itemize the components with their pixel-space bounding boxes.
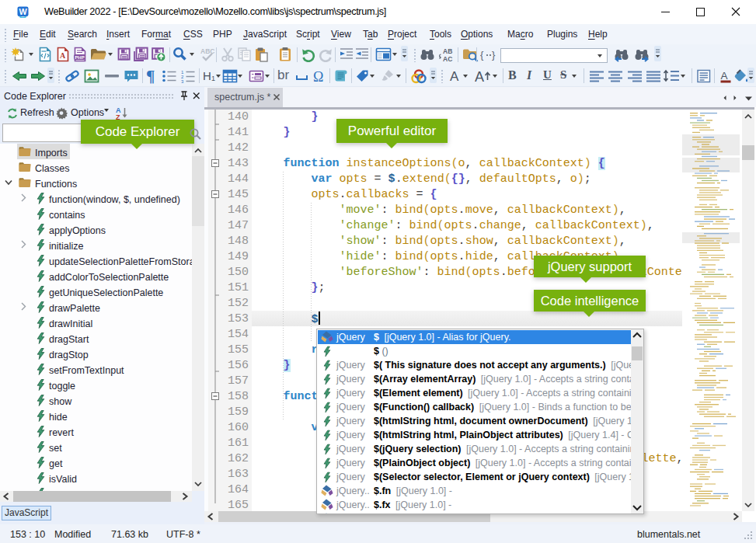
- svg-text:AC: AC: [443, 55, 452, 63]
- svg-text:¶: ¶: [146, 68, 155, 84]
- svg-text:AB: AB: [443, 47, 452, 55]
- svg-text:H: H: [203, 69, 211, 82]
- svg-text:ABC: ABC: [200, 47, 214, 55]
- svg-text:1: 1: [211, 75, 215, 82]
- svg-text:Ω: Ω: [313, 69, 323, 85]
- svg-text:W: W: [19, 7, 27, 16]
- svg-text:A: A: [721, 70, 728, 82]
- svg-text:{: {: [480, 49, 484, 61]
- svg-text:A: A: [60, 51, 66, 60]
- svg-text:A: A: [450, 69, 459, 84]
- svg-text:A: A: [475, 69, 484, 85]
- svg-text:3: 3: [181, 79, 184, 84]
- svg-text:}: }: [492, 49, 496, 61]
- svg-text:PHP: PHP: [75, 55, 84, 60]
